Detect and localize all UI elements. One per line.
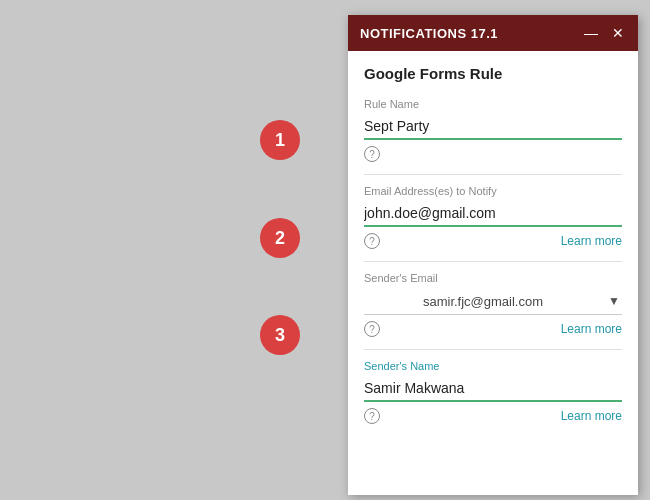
rule-name-footer: ? [364, 146, 622, 162]
sender-email-footer: ? Learn more [364, 321, 622, 337]
divider-2 [364, 261, 622, 262]
rule-name-group: Rule Name [364, 98, 622, 140]
sender-email-group: Sender's Email samir.fjc@gmail.com ▼ [364, 272, 622, 315]
sender-email-select[interactable]: samir.fjc@gmail.com [364, 294, 622, 309]
header-controls: — ✕ [582, 26, 626, 40]
step-badge-1: 1 [260, 120, 300, 160]
divider-3 [364, 349, 622, 350]
sender-name-help-icon[interactable]: ? [364, 408, 380, 424]
step-badge-2: 2 [260, 218, 300, 258]
email-input[interactable] [364, 201, 622, 227]
email-footer: ? Learn more [364, 233, 622, 249]
sender-name-footer: ? Learn more [364, 408, 622, 424]
notifications-panel: NOTIFICATIONS 17.1 — ✕ Google Forms Rule… [348, 15, 638, 495]
panel-title: NOTIFICATIONS 17.1 [360, 26, 498, 41]
sender-name-learn-more[interactable]: Learn more [561, 409, 622, 423]
email-group: Email Address(es) to Notify [364, 185, 622, 227]
step-badge-3: 3 [260, 315, 300, 355]
email-label: Email Address(es) to Notify [364, 185, 622, 197]
minimize-button[interactable]: — [582, 26, 600, 40]
email-learn-more[interactable]: Learn more [561, 234, 622, 248]
sender-email-learn-more[interactable]: Learn more [561, 322, 622, 336]
rule-name-help-icon[interactable]: ? [364, 146, 380, 162]
sender-name-group: Sender's Name [364, 360, 622, 402]
panel-content: Google Forms Rule Rule Name ? Email Addr… [348, 51, 638, 495]
panel-header: NOTIFICATIONS 17.1 — ✕ [348, 15, 638, 51]
sender-name-label: Sender's Name [364, 360, 622, 372]
email-help-icon[interactable]: ? [364, 233, 380, 249]
section-title: Google Forms Rule [364, 65, 622, 82]
divider-1 [364, 174, 622, 175]
rule-name-label: Rule Name [364, 98, 622, 110]
close-button[interactable]: ✕ [610, 26, 626, 40]
sender-email-select-wrapper: samir.fjc@gmail.com ▼ [364, 288, 622, 315]
rule-name-input[interactable] [364, 114, 622, 140]
sender-email-help-icon[interactable]: ? [364, 321, 380, 337]
sender-email-label: Sender's Email [364, 272, 622, 284]
sender-name-input[interactable] [364, 376, 622, 402]
